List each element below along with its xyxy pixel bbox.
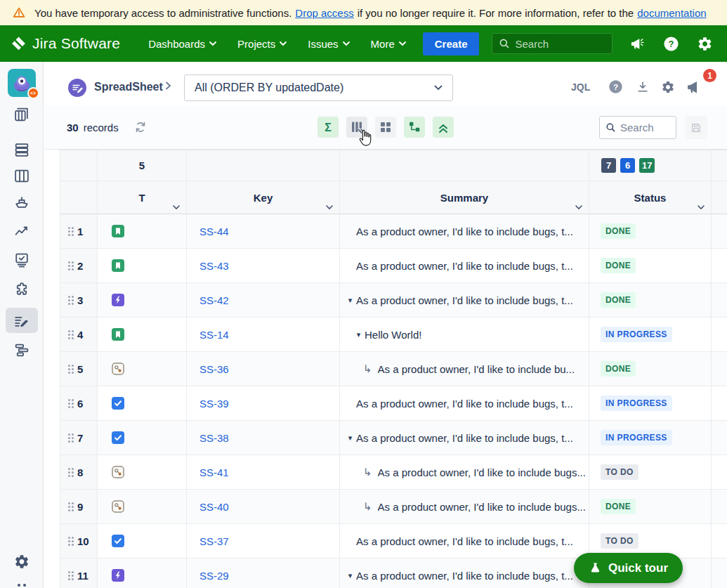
row-handle[interactable]: 11	[60, 558, 98, 588]
summary-cell[interactable]: ▾↳As a product owner, I'd like to includ…	[340, 352, 589, 386]
settings-gear-icon[interactable]	[697, 36, 713, 52]
export-download-icon[interactable]	[636, 80, 650, 94]
status-badge[interactable]: DONE	[601, 361, 636, 377]
drag-handle-icon[interactable]	[68, 227, 70, 229]
drag-handle-icon[interactable]	[68, 296, 70, 298]
status-badge[interactable]: IN PROGRESS	[601, 396, 672, 411]
create-button[interactable]: Create	[423, 32, 480, 55]
help-icon[interactable]: ?	[663, 36, 679, 52]
expand-chevron-icon[interactable]: ▾	[344, 571, 356, 580]
issue-key-link[interactable]: SS-29	[199, 570, 229, 582]
column-header-summary[interactable]: Summary	[340, 181, 589, 214]
drag-handle-icon[interactable]	[68, 433, 70, 436]
table-search[interactable]	[599, 116, 676, 139]
sidebar-item-spreadsheet-editor[interactable]	[6, 308, 38, 333]
row-handle[interactable]: 6	[60, 386, 98, 421]
summary-cell[interactable]: ▾↳As a product owner, I'd like to includ…	[340, 455, 589, 490]
announcements-megaphone-icon[interactable]	[686, 79, 702, 96]
save-button[interactable]	[685, 116, 707, 139]
global-search-input[interactable]	[515, 38, 599, 50]
jql-button[interactable]: JQL	[571, 81, 590, 93]
type-cell[interactable]	[98, 249, 187, 283]
summary-cell[interactable]: ▾↳Hello World!	[340, 318, 589, 352]
sidebar-item-app-avatar[interactable]: <>	[8, 69, 36, 97]
summary-cell[interactable]: ▾↳As a product owner, I'd like to includ…	[340, 558, 589, 588]
row-handle[interactable]: 10	[60, 524, 98, 558]
issue-key-link[interactable]: SS-44	[199, 226, 229, 237]
refresh-icon[interactable]	[133, 120, 148, 134]
type-cell[interactable]	[98, 318, 187, 352]
summary-cell[interactable]: ▾↳As a product owner, I'd like to includ…	[340, 283, 589, 318]
tree-view-button[interactable]	[404, 117, 425, 138]
row-handle[interactable]: 8	[60, 455, 98, 490]
summary-cell[interactable]: ▾↳As a product owner, I'd like to includ…	[340, 490, 589, 524]
announcements-megaphone-icon[interactable]	[629, 36, 646, 52]
status-badge[interactable]: IN PROGRESS	[601, 430, 672, 445]
table-search-input[interactable]	[620, 122, 669, 133]
type-cell[interactable]	[98, 386, 187, 421]
settings-gear-icon[interactable]	[661, 80, 675, 94]
drag-handle-icon[interactable]	[68, 468, 70, 470]
spreadsheet-app-icon[interactable]	[68, 79, 86, 100]
row-handle[interactable]: 4	[60, 318, 98, 352]
global-search[interactable]	[492, 33, 613, 54]
sum-sigma-button[interactable]: Σ	[317, 117, 339, 138]
summary-cell[interactable]: ▾↳As a product owner, I'd like to includ…	[340, 386, 589, 421]
issue-key-link[interactable]: SS-37	[199, 535, 229, 547]
drop-access-link[interactable]: Drop access	[295, 7, 353, 19]
issue-key-link[interactable]: SS-39	[199, 398, 229, 410]
sidebar-item-partial-dots[interactable]	[13, 582, 30, 588]
type-cell[interactable]	[98, 214, 187, 249]
issue-key-link[interactable]: SS-36	[199, 363, 229, 375]
jira-logo[interactable]: Jira Software	[10, 35, 120, 53]
issue-key-link[interactable]: SS-43	[199, 260, 229, 272]
type-cell[interactable]	[98, 352, 187, 386]
row-handle[interactable]: 1	[60, 214, 98, 249]
drag-handle-icon[interactable]	[68, 261, 70, 263]
status-badge[interactable]: DONE	[601, 258, 636, 273]
row-handle[interactable]: 9	[60, 490, 98, 524]
type-cell[interactable]	[98, 558, 187, 588]
column-header-status[interactable]: Status	[589, 181, 712, 214]
sidebar-item-releases-ship[interactable]	[13, 193, 30, 211]
drag-handle-icon[interactable]	[68, 502, 70, 504]
documentation-link[interactable]: documentation	[637, 7, 706, 19]
issue-key-link[interactable]: SS-38	[199, 432, 229, 444]
summary-cell[interactable]: ▾↳As a product owner, I'd like to includ…	[340, 249, 589, 283]
drag-handle-icon[interactable]	[68, 537, 70, 539]
expand-chevron-icon[interactable]: ▾	[344, 296, 356, 305]
sidebar-item-project-settings-gear[interactable]	[13, 554, 30, 570]
status-badge[interactable]: TO DO	[601, 533, 638, 549]
column-header-key[interactable]: Key	[187, 181, 340, 214]
filter-select[interactable]: All (ORDER BY updatedDate)	[184, 74, 453, 101]
status-badge[interactable]: DONE	[601, 499, 636, 514]
collapse-all-button[interactable]	[433, 117, 454, 138]
columns-config-button[interactable]	[346, 117, 367, 138]
status-badge[interactable]: DONE	[601, 223, 636, 239]
sidebar-item-issues-panel[interactable]	[13, 251, 30, 269]
help-icon[interactable]: ?	[608, 79, 623, 94]
issue-key-link[interactable]: SS-14	[199, 329, 229, 341]
sidebar-item-board-columns[interactable]	[13, 167, 30, 185]
column-header-type[interactable]: T	[98, 181, 187, 214]
drag-handle-icon[interactable]	[68, 330, 70, 332]
grid-view-button[interactable]	[375, 117, 396, 138]
sidebar-item-reports-chart[interactable]	[13, 222, 30, 240]
sidebar-item-backlog[interactable]	[13, 141, 30, 159]
nav-more[interactable]: More	[371, 38, 406, 50]
nav-issues[interactable]: Issues	[308, 38, 349, 50]
sidebar-item-boards[interactable]	[13, 106, 30, 124]
issue-key-link[interactable]: SS-42	[199, 294, 229, 306]
type-cell[interactable]	[98, 455, 187, 490]
summary-cell[interactable]: ▾↳As a product owner, I'd like to includ…	[340, 214, 589, 249]
notification-badge[interactable]: 1	[703, 69, 716, 82]
sidebar-item-gantt-rows[interactable]	[13, 341, 30, 359]
row-handle[interactable]: 2	[60, 249, 98, 283]
status-badge[interactable]: TO DO	[601, 464, 638, 480]
expand-chevron-icon[interactable]: ▾	[344, 433, 356, 443]
issue-key-link[interactable]: SS-41	[199, 466, 229, 478]
issue-key-link[interactable]: SS-40	[199, 501, 229, 513]
type-cell[interactable]	[98, 490, 187, 524]
quick-tour-button[interactable]: Quick tour	[574, 553, 683, 583]
row-handle[interactable]: 7	[60, 421, 98, 455]
